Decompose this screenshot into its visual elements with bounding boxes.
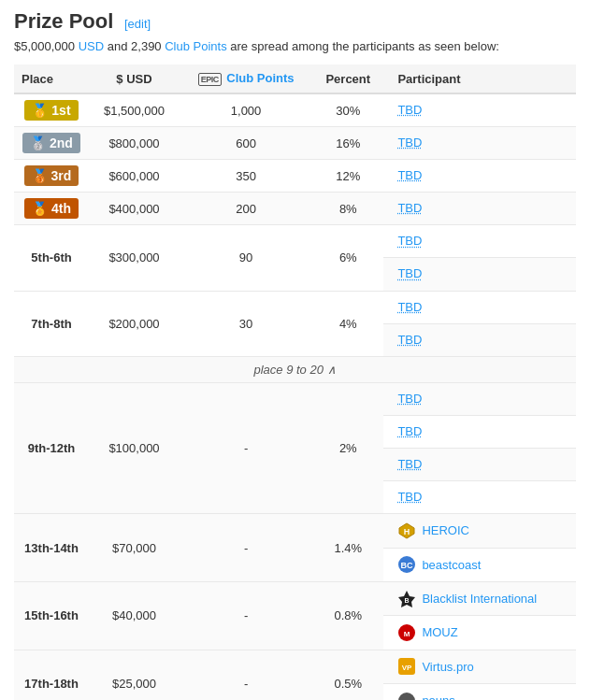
table-row: 🥈 2nd $800,000 600 16% TBD	[14, 127, 576, 160]
team-name-link[interactable]: Blacklist International	[422, 588, 537, 609]
participant-link[interactable]: TBD	[397, 297, 568, 318]
participant-cell: TBD	[383, 415, 576, 448]
participant-row: B Blacklist International	[397, 588, 568, 609]
usd-cell: $40,000	[89, 581, 180, 650]
col-participant: Participant	[383, 64, 576, 93]
team-icon-virtus: VP	[397, 657, 416, 676]
participant-cell: TBD	[383, 93, 576, 127]
cp-cell: 1,000	[180, 93, 312, 127]
participant-link[interactable]: TBD	[397, 264, 568, 284]
svg-text:H: H	[404, 527, 410, 536]
participant-cell: N nouns	[383, 684, 576, 700]
pct-cell: 16%	[312, 127, 383, 160]
team-icon-blacklist: B	[397, 590, 416, 608]
usd-cell: $1,500,000	[89, 93, 180, 127]
participant-link[interactable]: TBD	[397, 389, 568, 409]
team-icon-heroic: H	[397, 521, 416, 540]
usd-cell: $70,000	[89, 514, 180, 582]
participant-row: M MOUZ	[397, 621, 568, 643]
usd-cell: $25,000	[89, 650, 180, 700]
participant-link[interactable]: TBD	[397, 165, 568, 186]
team-name-link[interactable]: HEROIC	[422, 520, 469, 541]
table-row: 🥉 3rd $600,000 350 12% TBD	[14, 160, 576, 193]
place-cell: 🥈 2nd	[14, 127, 89, 160]
place-badge: 🥈 2nd	[22, 133, 80, 153]
col-place: Place	[14, 64, 89, 93]
participant-cell: BC beastcoast	[383, 548, 576, 581]
pct-cell: 1.4%	[312, 514, 383, 582]
cp-cell: -	[180, 514, 312, 582]
pct-cell: 0.8%	[312, 581, 383, 650]
table-row: 13th-14th $70,000 - 1.4% H HEROIC	[14, 514, 576, 548]
team-icon-nouns: N	[397, 692, 416, 700]
cp-cell: 90	[180, 225, 312, 291]
pct-cell: 2%	[312, 382, 383, 513]
participant-link[interactable]: TBD	[397, 330, 568, 350]
cp-cell: 200	[180, 193, 312, 225]
team-icon-mouz: M	[397, 623, 416, 642]
expand-link[interactable]: place 9 to 20 ∧	[253, 363, 336, 377]
usd-cell: $200,000	[89, 291, 180, 356]
place-cell: 🏅 4th	[14, 193, 89, 225]
pct-cell: 0.5%	[312, 650, 383, 700]
participant-cell: TBD	[383, 225, 576, 258]
participant-row: N nouns	[397, 690, 568, 700]
edit-link[interactable]: [edit]	[124, 17, 151, 31]
place-cell: 5th-6th	[14, 225, 89, 291]
place-text: 5th-6th	[31, 250, 71, 264]
participant-cell: TBD	[383, 323, 576, 356]
place-text: 15th-16th	[24, 608, 79, 622]
team-name-link[interactable]: nouns	[422, 690, 454, 700]
participant-cell: TBD	[383, 382, 576, 415]
pct-cell: 30%	[312, 93, 383, 127]
prize-table: Place $ USD EPIC Club Points Percent Par…	[14, 64, 576, 700]
subtitle: $5,000,000 USD and 2,390 Club Points are…	[14, 39, 576, 53]
participant-cell: M MOUZ	[383, 616, 576, 650]
club-points-link[interactable]: Club Points	[165, 39, 226, 53]
participant-cell: TBD	[383, 127, 576, 160]
participant-link[interactable]: TBD	[397, 100, 568, 121]
club-points-header-link[interactable]: Club Points	[226, 71, 294, 85]
team-name-link[interactable]: MOUZ	[422, 621, 457, 643]
usd-cell: $100,000	[89, 382, 180, 513]
participant-cell: TBD	[383, 481, 576, 514]
participant-link[interactable]: TBD	[397, 454, 568, 475]
participant-cell: B Blacklist International	[383, 581, 576, 615]
col-cp: EPIC Club Points	[180, 64, 312, 93]
cp-cell: -	[180, 650, 312, 700]
expand-row[interactable]: place 9 to 20 ∧	[14, 356, 576, 382]
place-cell: 9th-12th	[14, 382, 89, 513]
participant-link[interactable]: TBD	[397, 133, 568, 153]
svg-text:B: B	[405, 597, 410, 604]
team-name-link[interactable]: Virtus.pro	[422, 656, 473, 678]
usd-cell: $300,000	[89, 225, 180, 291]
place-cell: 🥇 1st	[14, 93, 89, 127]
participant-link[interactable]: TBD	[397, 487, 568, 507]
participant-row: BC beastcoast	[397, 554, 568, 576]
pct-cell: 4%	[312, 291, 383, 356]
col-percent: Percent	[312, 64, 383, 93]
participant-cell: TBD	[383, 160, 576, 193]
participant-link[interactable]: TBD	[397, 231, 568, 251]
table-row: 7th-8th $200,000 30 4% TBD	[14, 291, 576, 323]
usd-link[interactable]: USD	[79, 39, 104, 53]
page-header: Prize Pool [edit]	[14, 9, 576, 34]
place-cell: 7th-8th	[14, 291, 89, 356]
cp-cell: 30	[180, 291, 312, 356]
col-usd: $ USD	[89, 64, 180, 93]
svg-text:VP: VP	[402, 664, 412, 672]
table-row: 17th-18th $25,000 - 0.5% VP Virtus.pro	[14, 650, 576, 683]
participant-row: H HEROIC	[397, 520, 568, 541]
participant-cell: TBD	[383, 258, 576, 291]
participant-link[interactable]: TBD	[397, 421, 568, 442]
table-row: 15th-16th $40,000 - 0.8% B Blacklist Int…	[14, 581, 576, 615]
place-text: 13th-14th	[24, 541, 79, 555]
participant-row: VP Virtus.pro	[397, 656, 568, 678]
place-badge: 🏅 4th	[24, 198, 79, 219]
place-badge: 🥇 1st	[24, 100, 78, 121]
place-text: 17th-18th	[24, 677, 79, 691]
participant-link[interactable]: TBD	[397, 198, 568, 219]
cp-cell: 350	[180, 160, 312, 193]
team-name-link[interactable]: beastcoast	[422, 554, 481, 576]
svg-text:BC: BC	[401, 561, 413, 570]
